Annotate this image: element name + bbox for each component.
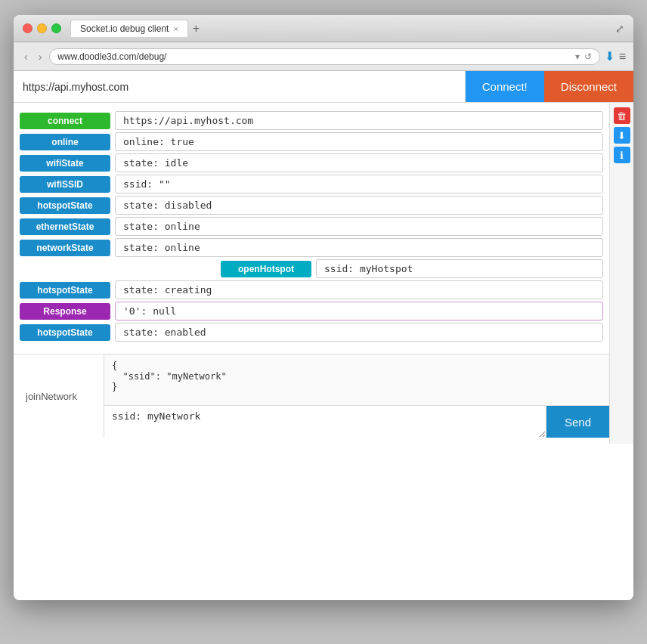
event-label-hotspotstate1: hotspotState: [20, 197, 110, 214]
address-bar: ‹ › www.doodle3d.com/debug/ ▾ ↺ ⬇ ≡: [14, 42, 633, 71]
info-icon[interactable]: ℹ: [614, 147, 630, 163]
event-value-online: online: true: [115, 132, 603, 151]
event-label-hotspotstate2: hotspotState: [20, 282, 110, 299]
send-input-row: ssid: myNetwork Send: [104, 406, 609, 438]
title-bar: Socket.io debug client × + ⤢: [14, 15, 633, 42]
event-label-wifissid: wifiSSID: [20, 176, 110, 193]
event-label-networkstate: networkState: [20, 240, 110, 256]
connect-bar: Connect! Disconnect: [14, 71, 633, 103]
event-row-networkstate: networkState state: online: [20, 238, 603, 257]
server-url-input[interactable]: [14, 71, 466, 102]
event-label-wifistate: wifiState: [20, 155, 110, 172]
disconnect-button[interactable]: Disconnect: [544, 71, 633, 102]
event-row-hotspotstate2: hotspotState state: creating: [20, 280, 603, 299]
event-value-hotspotstate3: state: enabled: [115, 323, 603, 342]
close-btn[interactable]: [23, 23, 33, 33]
dropdown-icon[interactable]: ▾: [575, 51, 580, 62]
forward-button[interactable]: ›: [36, 49, 45, 64]
json-preview: { "ssid": "myNetwork" }: [104, 355, 609, 406]
event-label-response: Response: [20, 303, 110, 320]
connect-button[interactable]: Connect!: [466, 71, 544, 102]
event-row-connect: connect https://api.myhost.com: [20, 111, 603, 130]
delete-icon[interactable]: 🗑: [614, 107, 630, 124]
url-field[interactable]: www.doodle3d.com/debug/ ▾ ↺: [49, 48, 599, 65]
event-value-networkstate: state: online: [115, 238, 603, 257]
event-row-ethernetstate: ethernetState state: online: [20, 217, 603, 236]
tab-bar: Socket.io debug client × +: [70, 20, 615, 37]
event-label-online: online: [20, 134, 110, 150]
event-row-online: online online: true: [20, 132, 603, 151]
browser-window: Socket.io debug client × + ⤢ ‹ › www.doo…: [14, 15, 633, 600]
minimize-btn[interactable]: [37, 23, 47, 33]
traffic-lights: [23, 23, 61, 33]
event-value-openhotspot: ssid: myHotspot: [316, 259, 603, 278]
send-button[interactable]: Send: [546, 406, 609, 438]
events-log: connect https://api.myhost.com online on…: [14, 103, 609, 444]
event-row-hotspotstate1: hotspotState state: disabled: [20, 196, 603, 215]
event-row-wifistate: wifiState state: idle: [20, 153, 603, 172]
event-value-wifistate: state: idle: [115, 153, 603, 172]
event-row-response: Response '0': null: [20, 302, 603, 320]
maximize-btn[interactable]: [51, 23, 61, 33]
send-input[interactable]: ssid: myNetwork: [104, 406, 546, 438]
event-row-hotspotstate3: hotspotState state: enabled: [20, 323, 603, 342]
event-label-ethernetstate: ethernetState: [20, 218, 110, 235]
event-value-hotspotstate1: state: disabled: [115, 196, 603, 215]
event-row-openhotspot: openHotspot ssid: myHotspot: [20, 259, 603, 278]
send-area: joinNetwork { "ssid": "myNetwork" } ssid…: [14, 354, 609, 438]
download-icon[interactable]: ⬇: [614, 127, 630, 144]
event-value-hotspotstate2: state: creating: [115, 280, 603, 299]
main-panel: connect https://api.myhost.com online on…: [14, 103, 633, 444]
event-row-wifissid: wifiSSID ssid: "": [20, 175, 603, 194]
event-label-connect: connect: [20, 113, 110, 129]
reload-icon[interactable]: ↺: [584, 51, 592, 62]
browser-tab[interactable]: Socket.io debug client ×: [70, 20, 188, 37]
app-content: Connect! Disconnect connect https://api.…: [14, 71, 633, 600]
event-name-label: joinNetwork: [14, 355, 104, 438]
event-value-wifissid: ssid: "": [115, 175, 603, 194]
url-text: www.doodle3d.com/debug/: [57, 51, 574, 62]
menu-icon[interactable]: ≡: [619, 50, 626, 63]
tab-title: Socket.io debug client: [80, 23, 169, 34]
sidebar-icons: 🗑 ⬇ ℹ: [609, 103, 633, 444]
back-button[interactable]: ‹: [21, 49, 31, 64]
send-right: { "ssid": "myNetwork" } ssid: myNetwork …: [104, 355, 609, 438]
event-value-response: '0': null: [115, 302, 603, 320]
event-value-connect: https://api.myhost.com: [115, 111, 603, 130]
new-tab-button[interactable]: +: [193, 23, 200, 35]
download-icon[interactable]: ⬇: [605, 49, 614, 63]
event-label-hotspotstate3: hotspotState: [20, 324, 110, 341]
expand-icon[interactable]: ⤢: [615, 23, 624, 35]
tab-close-btn[interactable]: ×: [173, 24, 178, 33]
event-value-ethernetstate: state: online: [115, 217, 603, 236]
event-label-openhotspot: openHotspot: [221, 261, 311, 277]
